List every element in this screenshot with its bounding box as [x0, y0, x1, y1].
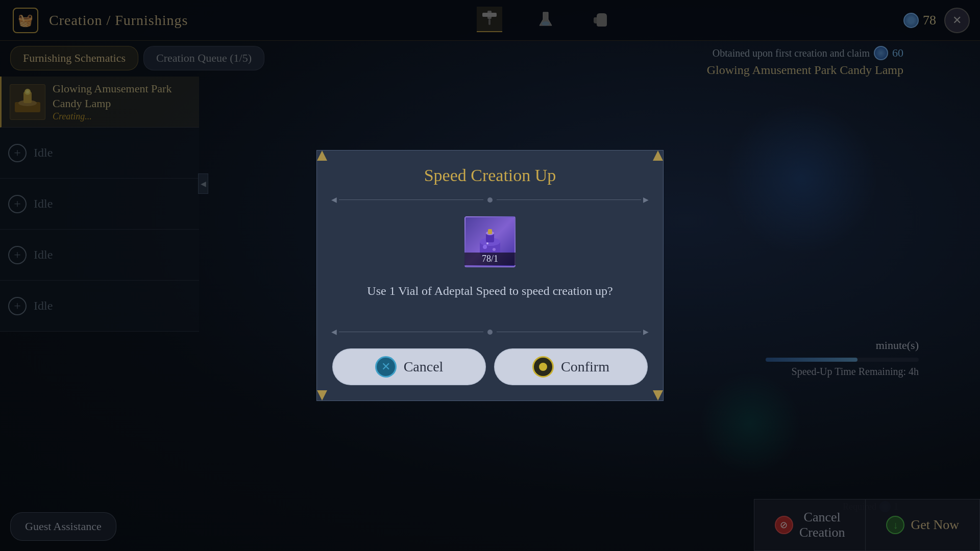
corner-tl: [316, 149, 328, 162]
svg-point-21: [486, 242, 488, 244]
vial-count: 78/1: [464, 253, 516, 265]
svg-marker-10: [653, 151, 663, 161]
vial-item: 78/1: [464, 216, 516, 267]
modal-confirm-label: Confirm: [561, 359, 609, 375]
divider-line-right-2: [497, 332, 641, 332]
modal-dialog: Speed Creation Up ◀ ▶: [316, 150, 664, 401]
svg-point-20: [493, 248, 496, 251]
divider-arrow-right-2: ▶: [643, 328, 649, 336]
divider-line-left-2: [339, 332, 483, 332]
divider-line-right: [497, 199, 641, 200]
divider-arrow-left-2: ◀: [331, 328, 337, 336]
svg-rect-18: [488, 229, 492, 234]
svg-marker-11: [317, 390, 327, 400]
modal-question: Use 1 Vial of Adeptal Speed to speed cre…: [337, 282, 643, 300]
corner-br: [652, 389, 664, 402]
modal-divider-bottom: ◀ ▶: [317, 328, 663, 336]
cancel-x-icon: ✕: [375, 356, 397, 378]
modal-title: Speed Creation Up: [317, 151, 663, 195]
divider-dot: [487, 197, 493, 203]
modal-confirm-button[interactable]: Confirm: [494, 348, 648, 385]
divider-arrow-left: ◀: [331, 195, 337, 204]
svg-marker-12: [653, 390, 663, 400]
modal-divider-top: ◀ ▶: [317, 195, 663, 204]
corner-bl: [316, 389, 328, 402]
modal-cancel-button[interactable]: ✕ Cancel: [332, 348, 486, 385]
modal-overlay: Speed Creation Up ◀ ▶: [0, 0, 980, 551]
svg-marker-9: [317, 151, 327, 161]
modal-body: 78/1 Use 1 Vial of Adeptal Speed to spee…: [317, 216, 663, 315]
divider-dot-2: [487, 330, 493, 335]
divider-line-left: [339, 199, 483, 200]
modal-cancel-label: Cancel: [404, 359, 444, 375]
svg-point-19: [483, 245, 487, 249]
corner-tr: [652, 149, 664, 162]
confirm-o-icon: [532, 356, 554, 378]
confirm-o-inner: [539, 363, 547, 371]
modal-buttons: ✕ Cancel Confirm: [317, 336, 663, 400]
divider-arrow-right: ▶: [643, 195, 649, 204]
